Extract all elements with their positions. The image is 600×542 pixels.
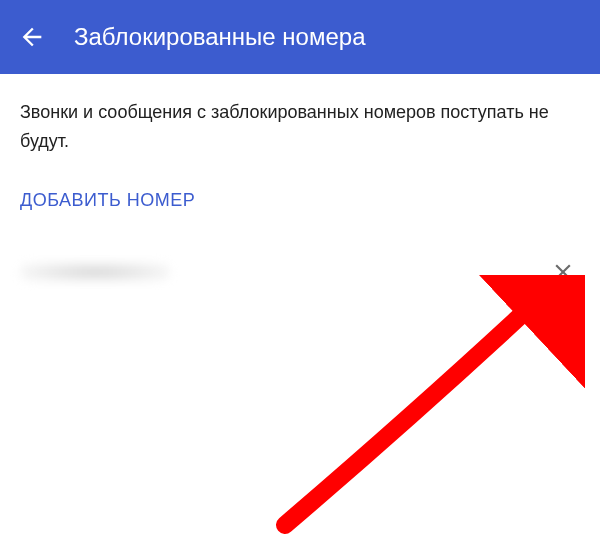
content-area: Звонки и сообщения с заблокированных ном…	[0, 74, 600, 289]
description-text: Звонки и сообщения с заблокированных ном…	[20, 98, 580, 156]
remove-number-icon[interactable]	[550, 259, 576, 285]
blocked-number-row	[20, 255, 580, 289]
app-bar: Заблокированные номера	[0, 0, 600, 74]
blocked-number-text	[20, 262, 170, 282]
annotation-arrow	[175, 275, 585, 542]
back-arrow-icon[interactable]	[18, 23, 46, 51]
add-number-button[interactable]: ДОБАВИТЬ НОМЕР	[20, 190, 195, 211]
page-title: Заблокированные номера	[74, 23, 365, 51]
